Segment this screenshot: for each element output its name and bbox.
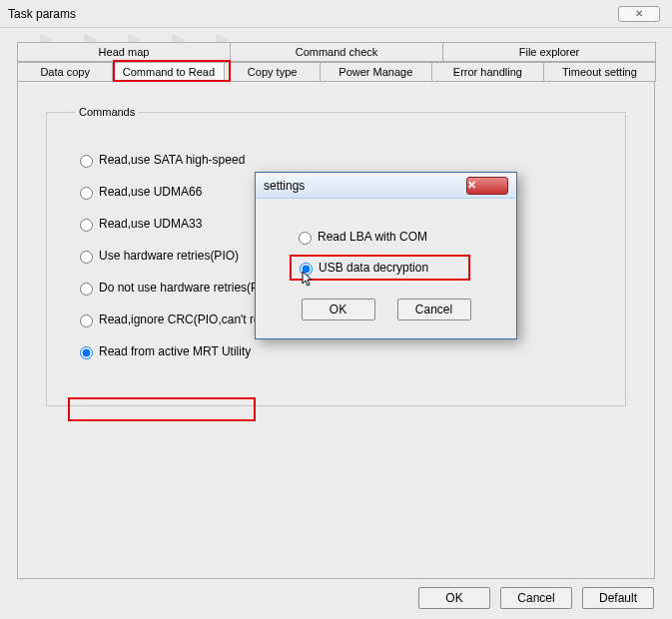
highlight-usb-decryption: USB data decryption <box>290 255 470 281</box>
radio-input[interactable] <box>80 283 93 296</box>
radio-label: Read LBA with COM <box>318 230 427 244</box>
tab-power-manage[interactable]: Power Manage <box>320 62 432 82</box>
radio-input[interactable] <box>80 251 93 264</box>
default-button[interactable]: Default <box>582 587 654 609</box>
radio-label: Do not use hardware retries(PIO) <box>99 281 276 295</box>
radio-label: Read,use UDMA66 <box>99 185 202 199</box>
radio-read-from-mrt[interactable]: Read from active MRT Utility <box>75 343 597 359</box>
radio-label: Read from active MRT Utility <box>99 344 251 358</box>
commands-legend: Commands <box>75 106 139 118</box>
tab-command-check[interactable]: Command check <box>230 42 443 62</box>
tab-row-back: Head map Command check File explorer <box>17 42 655 62</box>
tab-copy-type[interactable]: Copy type <box>224 62 320 82</box>
dialog-close-button[interactable]: ✕ <box>466 177 508 195</box>
radio-input[interactable] <box>300 263 313 276</box>
tab-timeout-setting[interactable]: Timeout setting <box>543 62 656 82</box>
window-close-button[interactable]: ✕ <box>618 6 660 22</box>
ok-button[interactable]: OK <box>418 587 490 609</box>
radio-label: Read,use SATA high-speed <box>99 153 245 167</box>
radio-read-lba-com[interactable]: Read LBA with COM <box>294 229 492 245</box>
close-icon: ✕ <box>467 179 507 192</box>
hidden-toolbar: ▶▶▶▶▶ <box>0 28 672 40</box>
radio-label: USB data decryption <box>319 261 428 275</box>
radio-input[interactable] <box>80 346 93 359</box>
dialog-buttons: OK Cancel <box>280 299 492 320</box>
radio-input[interactable] <box>299 232 312 245</box>
dialog-titlebar[interactable]: settings ✕ <box>256 173 516 199</box>
dialog-cancel-button[interactable]: Cancel <box>397 299 471 320</box>
dialog-body: Read LBA with COM USB data decryption OK… <box>256 199 516 338</box>
tab-row-front: Data copy Command to Read Copy type Powe… <box>17 62 655 82</box>
tab-file-explorer[interactable]: File explorer <box>442 42 656 62</box>
tab-command-to-read[interactable]: Command to Read <box>112 62 225 82</box>
radio-label: Use hardware retries(PIO) <box>99 249 239 263</box>
radio-input[interactable] <box>80 219 93 232</box>
dialog-ok-button[interactable]: OK <box>302 299 375 320</box>
radio-input[interactable] <box>80 155 93 168</box>
titlebar: Task params ✕ <box>0 0 672 28</box>
window-title: Task params <box>8 7 618 21</box>
tab-head-map[interactable]: Head map <box>17 42 231 62</box>
radio-label: Read,use UDMA33 <box>99 217 202 231</box>
settings-dialog: settings ✕ Read LBA with COM USB data de… <box>255 172 517 339</box>
radio-sata-high-speed[interactable]: Read,use SATA high-speed <box>75 152 597 168</box>
radio-input[interactable] <box>80 314 93 327</box>
radio-input[interactable] <box>80 187 93 200</box>
dialog-title: settings <box>264 179 466 193</box>
tab-data-copy[interactable]: Data copy <box>17 62 113 82</box>
close-icon: ✕ <box>635 8 643 19</box>
button-bar: OK Cancel Default <box>418 587 654 609</box>
cancel-button[interactable]: Cancel <box>500 587 572 609</box>
radio-usb-decryption[interactable]: USB data decryption <box>295 260 428 276</box>
tab-error-handling[interactable]: Error handling <box>431 62 544 82</box>
